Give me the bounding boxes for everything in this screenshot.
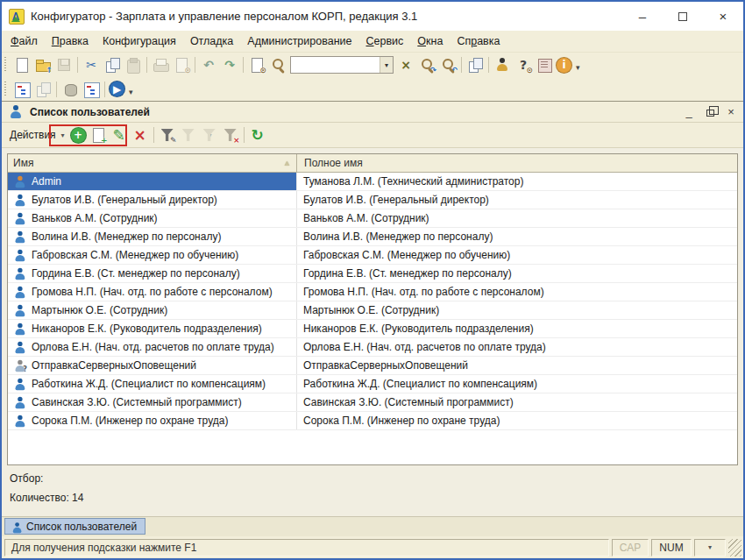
fullname-cell: Ваньков А.М. (Сотрудник) <box>297 209 737 227</box>
fullname-cell: Булатов И.В. (Генеральный директор) <box>297 191 737 209</box>
find-icon[interactable]: ⊙ <box>247 55 266 74</box>
table-row[interactable]: Волина И.В. (Менеджер по персоналу)Волин… <box>8 228 737 246</box>
open-document-icon[interactable]: ↑ <box>33 55 53 74</box>
icon-badge: × <box>233 137 240 145</box>
table-row[interactable]: Савинская З.Ю. (Системный программист)Са… <box>8 393 737 412</box>
table-row[interactable]: Никаноров Е.К. (Руководитель подразделен… <box>8 320 737 338</box>
maximize-button[interactable] <box>663 2 703 31</box>
name-cell: ?ОтправкаСерверныхОповещений <box>8 357 297 374</box>
open-configuration-icon[interactable] <box>12 80 32 99</box>
redo-icon[interactable]: ↷ <box>220 55 239 74</box>
table-row[interactable]: ?ОтправкаСерверныхОповещенийОтправкаСерв… <box>8 357 737 375</box>
filter-icon <box>179 125 198 145</box>
table-row[interactable]: Мартынюк О.Е. (Сотрудник)Мартынюк О.Е. (… <box>8 301 737 320</box>
icon-glyph: ↶ <box>203 59 214 71</box>
user-name: Гордина Е.В. (Ст. менеджер по персоналу) <box>32 267 240 280</box>
start-debugging-icon[interactable]: ▶ <box>109 81 125 97</box>
toolbar-separator <box>146 57 147 73</box>
user-icon <box>11 192 27 208</box>
name-cell: Габровская С.М. (Менеджер по обучению) <box>8 246 297 264</box>
menu-item-конфигурация[interactable]: Конфигурация <box>96 32 183 50</box>
find-next-icon[interactable]: ↷ <box>417 55 436 74</box>
filter-clear-icon[interactable]: × <box>221 125 240 145</box>
find-previous-icon[interactable]: ↶ <box>438 55 458 74</box>
menu-item-окна[interactable]: Окна <box>410 32 450 50</box>
new-document-icon[interactable] <box>12 55 32 74</box>
column-header-fullname[interactable]: Полное имя <box>297 154 737 172</box>
minimize-button[interactable]: – <box>622 2 663 31</box>
table-row[interactable]: Громова Н.П. (Нач. отд. по работе с перс… <box>8 283 737 301</box>
table-row[interactable]: Булатов И.В. (Генеральный директор)Булат… <box>8 191 737 209</box>
panel-minimize-button[interactable]: _ <box>680 104 698 120</box>
menu-item-правка[interactable]: Правка <box>45 32 96 50</box>
edit-user-icon[interactable]: ✎ <box>110 125 129 145</box>
user-icon <box>11 394 27 410</box>
clear-search-icon[interactable]: × <box>396 55 415 74</box>
table-row[interactable]: Ваньков А.М. (Сотрудник)Ваньков А.М. (Со… <box>8 209 737 228</box>
cut-icon[interactable]: ✂ <box>82 55 101 74</box>
fullname-cell: Никаноров Е.К. (Руководитель подразделен… <box>297 320 737 337</box>
name-cell: Мартынюк О.Е. (Сотрудник) <box>8 301 297 319</box>
windows-list-icon[interactable] <box>465 55 485 74</box>
close-button[interactable]: × <box>703 2 743 31</box>
menu-item-сервис[interactable]: Сервис <box>359 32 411 50</box>
copy-user-icon[interactable]: + <box>89 125 108 145</box>
configuration-list-icon[interactable] <box>82 80 101 99</box>
user-icon <box>11 229 27 245</box>
name-cell: Волина И.В. (Менеджер по персоналу) <box>8 228 297 245</box>
search-combobox: ▾ <box>290 56 394 74</box>
db-configuration-icon[interactable] <box>60 80 80 99</box>
table-row[interactable]: Сорока П.М. (Инженер по охране труда)Сор… <box>8 412 737 430</box>
icon-badge: ⊙ <box>526 67 533 74</box>
panel-close-button[interactable]: × <box>722 104 740 120</box>
search-input[interactable] <box>291 57 380 73</box>
fullname-cell: Орлова Е.Н. (Нач. отд. расчетов по оплат… <box>297 338 737 356</box>
copy-icon[interactable] <box>103 55 122 74</box>
fullname-cell: Туманова Л.М. (Технический администратор… <box>297 173 737 190</box>
menu-item-справка[interactable]: Справка <box>450 32 507 50</box>
name-cell: Громова Н.П. (Нач. отд. по работе с перс… <box>8 283 297 301</box>
user-icon <box>11 376 27 392</box>
panel-restore-button[interactable] <box>701 104 719 120</box>
toolbar-grip <box>4 57 9 73</box>
toolbar2-options-arrow[interactable]: ▾ <box>129 88 133 96</box>
tab-user-list[interactable]: Список пользователей <box>4 518 145 535</box>
icon-glyph: ↷ <box>224 59 235 71</box>
toolbar-options-arrow[interactable]: ▾ <box>576 63 580 72</box>
actions-menu-button[interactable]: Действия ▾ <box>5 127 69 143</box>
column-header-name[interactable]: Имя ▲ <box>8 154 297 172</box>
icon-glyph: × <box>401 59 411 71</box>
table-row[interactable]: AdminТуманова Л.М. (Технический админист… <box>8 173 737 191</box>
user-icon <box>11 302 27 318</box>
chevron-down-icon: ▾ <box>209 131 212 139</box>
delete-user-icon[interactable]: × <box>131 125 150 145</box>
search-dropdown-button[interactable]: ▾ <box>380 57 393 73</box>
panel-title: Список пользователей <box>30 106 677 118</box>
filter-sort-icon[interactable]: ✎ <box>158 125 177 145</box>
toolbar-separator <box>195 57 195 73</box>
syntax-check-icon[interactable] <box>493 55 512 74</box>
undo-icon[interactable]: ↶ <box>199 55 218 74</box>
table-row[interactable]: Орлова Е.Н. (Нач. отд. расчетов по оплат… <box>8 338 737 357</box>
zoom-icon[interactable] <box>268 55 287 74</box>
row-count-label: Количество: 14 <box>10 492 735 504</box>
table-row[interactable]: Габровская С.М. (Менеджер по обучению)Га… <box>8 246 737 265</box>
fullname-cell: ОтправкаСерверныхОповещений <box>297 357 737 374</box>
add-user-icon[interactable]: + <box>70 127 87 144</box>
info-icon[interactable]: i <box>556 57 572 74</box>
status-dropdown-button[interactable]: ▾ <box>694 539 726 556</box>
print-preview-icon: ⊙ <box>172 55 191 74</box>
syntax-help-icon[interactable] <box>535 55 554 74</box>
menu-item-отладка[interactable]: Отладка <box>183 32 240 50</box>
name-cell: Admin <box>8 173 297 190</box>
menu-item-файл[interactable]: Файл <box>4 32 45 50</box>
menu-item-администрирование[interactable]: Администрирование <box>240 32 358 50</box>
help-search-icon[interactable]: ?⊙ <box>514 55 533 74</box>
user-name: Сорока П.М. (Инженер по охране труда) <box>32 415 228 427</box>
table-row[interactable]: Гордина Е.В. (Ст. менеджер по персоналу)… <box>8 265 737 283</box>
user-name: Admin <box>32 175 61 188</box>
chevron-down-icon: ▾ <box>61 131 65 139</box>
save-icon <box>54 55 74 74</box>
refresh-icon[interactable]: ↻ <box>248 125 267 145</box>
table-row[interactable]: Работкина Ж.Д. (Специалист по компенсаци… <box>8 375 737 393</box>
